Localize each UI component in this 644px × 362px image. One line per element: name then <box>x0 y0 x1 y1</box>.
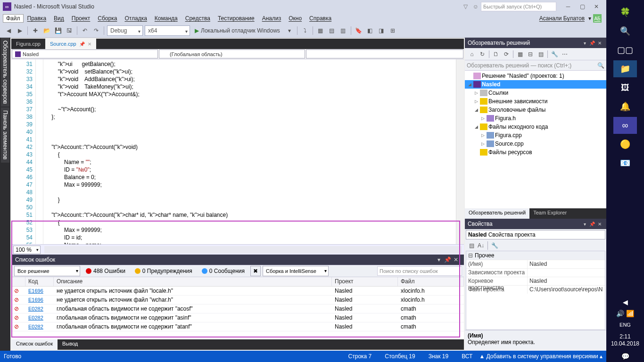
prop-categorized-icon[interactable]: ▤ <box>467 241 476 250</box>
member-select[interactable] <box>306 49 463 58</box>
scope-select[interactable]: Nasled <box>12 49 158 58</box>
toolbox-icon-6[interactable]: ⊞ <box>388 25 398 36</box>
open-file-icon[interactable]: 📂 <box>41 25 52 36</box>
doc-tab[interactable]: Figura.cpp <box>11 39 45 49</box>
menu-вид[interactable]: Вид <box>50 14 68 23</box>
user-name[interactable]: Асанали Булатов <box>536 14 588 23</box>
tree-node[interactable]: ◢Файлы исходного кода <box>465 123 606 131</box>
tray-sound-wifi-icon[interactable]: 🔊 📶 <box>611 308 639 319</box>
search-icon[interactable]: 🔍 <box>613 23 637 40</box>
tree-node[interactable]: ▷Figura.h <box>465 114 606 123</box>
property-row[interactable]: (Имя)Nasled <box>466 260 605 268</box>
errorlist-options-icon[interactable]: ▾ <box>435 256 443 263</box>
prop-pin-icon[interactable]: 📌 <box>588 222 596 227</box>
se-close-icon[interactable]: ✕ <box>596 41 603 46</box>
warnings-filter-button[interactable]: 0 Предупреждения <box>131 266 197 276</box>
tray-language[interactable]: ENG <box>617 319 634 330</box>
context-select[interactable]: (Глобальная область) <box>159 49 305 58</box>
save-icon[interactable]: 💾 <box>53 25 63 36</box>
toolbox-icon-3[interactable]: ▥ <box>338 25 348 36</box>
menu-анализ[interactable]: Анализ <box>258 14 285 23</box>
property-row[interactable]: Корневое пространствоNasled <box>466 277 605 285</box>
user-avatar[interactable]: АБ <box>593 14 602 23</box>
taskbar-app-icon-2[interactable]: 🔔 <box>613 98 637 115</box>
se-more-icon[interactable]: ⋯ <box>560 49 570 59</box>
se-search-input[interactable]: Обозреватель решений — поиск (Ctrl+;) <box>467 62 571 69</box>
tree-node[interactable]: ◢Заголовочные файлы <box>465 106 606 114</box>
menu-file[interactable]: Файл <box>3 14 24 23</box>
error-search-input[interactable]: Поиск по списку ошибок <box>377 266 462 276</box>
taskbar-app-icon-1[interactable]: 🖼 <box>613 79 637 96</box>
feedback-icon[interactable]: ☺ <box>471 3 481 10</box>
errorlist-pin-icon[interactable]: 📌 <box>443 256 452 263</box>
errcol-code[interactable]: Код <box>25 277 54 286</box>
status-vcs-button[interactable]: ▲ Добавить в систему управления версиями… <box>479 353 603 360</box>
error-row[interactable]: ⊘E0282глобальная область видимости не со… <box>11 313 464 322</box>
errcol-file[interactable]: Файл <box>398 277 464 286</box>
se-pin-icon[interactable]: 📌 <box>588 41 596 46</box>
taskview-icon[interactable]: ▢▢ <box>613 41 637 58</box>
tree-node[interactable]: ▷Source.cpp <box>465 140 606 148</box>
toolbox-icon-5[interactable]: ◨ <box>376 25 387 36</box>
zoom-select[interactable]: 100 % <box>13 246 41 254</box>
taskbar-explorer-icon[interactable]: 📁 <box>613 60 637 77</box>
property-row[interactable]: Файл проектаC:\Users\root\source\repos\N <box>466 285 605 294</box>
se-refresh-icon[interactable]: ⟳ <box>502 49 511 59</box>
tab-team-explorer[interactable]: Team Explorer <box>529 208 570 219</box>
platform-select[interactable]: x64 <box>145 25 190 36</box>
menu-окно[interactable]: Окно <box>285 14 305 23</box>
notifications-icon[interactable]: ▽ <box>460 3 471 10</box>
toolbox-icon-2[interactable]: ▤ <box>327 25 337 36</box>
se-wrench-icon[interactable]: 🔧 <box>550 49 559 59</box>
se-properties-icon[interactable]: ▤ <box>536 49 545 59</box>
nav-back-icon[interactable]: ◀ <box>3 25 14 36</box>
close-button[interactable]: ✕ <box>589 2 603 11</box>
run-dropdown-icon[interactable]: ▾ <box>284 25 295 36</box>
toolbox-tab[interactable]: Панель элементов <box>1 107 9 162</box>
taskbar-app-icon-3[interactable]: 🟡 <box>613 136 637 153</box>
tree-node[interactable]: ▷Ссылки <box>465 89 606 97</box>
prop-alpha-icon[interactable]: A↓ <box>477 241 485 250</box>
se-pending-icon[interactable]: 🗋 <box>491 49 501 59</box>
prop-options-icon[interactable]: ▾ <box>581 222 588 227</box>
tab-solution-explorer[interactable]: Обозреватель решений <box>465 208 529 219</box>
tray-notifications-icon[interactable]: 💬 <box>611 351 639 362</box>
messages-filter-button[interactable]: 0 Сообщения <box>198 266 249 276</box>
quick-launch-input[interactable]: Быстрый запуск (Ctrl+Q) <box>481 2 556 11</box>
start-icon[interactable]: 🍀 <box>613 4 637 21</box>
maximize-button[interactable]: ▢ <box>575 2 589 11</box>
prop-close-icon[interactable]: ✕ <box>596 222 603 227</box>
menu-тестирование[interactable]: Тестирование <box>214 14 258 23</box>
start-debug-button[interactable]: Локальный отладчик Windows <box>191 25 284 36</box>
redo-icon[interactable]: ↷ <box>91 25 101 36</box>
save-all-icon[interactable]: 🖫 <box>64 25 74 36</box>
menu-справка[interactable]: Справка <box>305 14 335 23</box>
bookmark-icon[interactable]: 🔖 <box>354 25 364 36</box>
error-scope-select[interactable]: Все решение <box>14 266 80 276</box>
property-row[interactable]: Зависимости проекта <box>466 268 605 277</box>
errcol-proj[interactable]: Проект <box>332 277 398 286</box>
se-sync-icon[interactable]: ↻ <box>478 49 487 59</box>
se-collapse-icon[interactable]: ⊟ <box>526 49 535 59</box>
step-into-icon[interactable]: ⤵ <box>300 25 310 36</box>
horizontal-scrollbar[interactable] <box>44 246 462 254</box>
tab-output[interactable]: Вывод <box>58 339 83 350</box>
vertical-scrollbar[interactable] <box>456 59 464 244</box>
menu-сборка[interactable]: Сборка <box>94 14 121 23</box>
prop-wrench-icon[interactable]: 🔧 <box>490 241 499 250</box>
prop-category[interactable]: Прочее <box>466 251 605 260</box>
toolbox-icon-1[interactable]: ▦ <box>315 25 326 36</box>
menu-отладка[interactable]: Отладка <box>121 14 150 23</box>
toolbox-icon-4[interactable]: ◧ <box>365 25 375 36</box>
menu-проект[interactable]: Проект <box>68 14 94 23</box>
tray-clock[interactable]: 2:11 10.04.2018 <box>611 330 639 351</box>
se-showall-icon[interactable]: ▦ <box>515 49 525 59</box>
error-row[interactable]: ⊘E1696не удается открыть источник файл "… <box>11 287 464 296</box>
error-row[interactable]: ⊘E0282глобальная область видимости не со… <box>11 322 464 331</box>
taskbar-vs-icon[interactable]: ∞ <box>613 117 637 134</box>
code-editor[interactable]: 3132333435363738394041424344454647484950… <box>11 59 464 244</box>
menu-средства[interactable]: Средства <box>182 14 214 23</box>
error-row[interactable]: ⊘E0282глобальная область видимости не со… <box>11 304 464 313</box>
filter-toggle-icon[interactable]: ✖ <box>250 266 261 276</box>
se-search-icon[interactable]: 🔍 <box>597 62 604 69</box>
